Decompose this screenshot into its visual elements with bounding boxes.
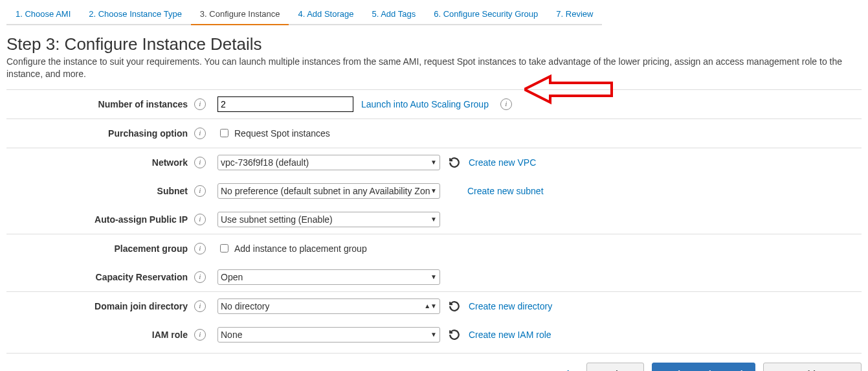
label-placement: Placement group	[6, 243, 192, 254]
wizard-tabs: 1. Choose AMI 2. Choose Instance Type 3.…	[6, 6, 862, 25]
auto-ip-value: Use subnet setting (Enable)	[221, 214, 333, 225]
network-select[interactable]: vpc-736f9f18 (default) ▼	[217, 155, 440, 170]
iam-value: None	[221, 330, 242, 340]
info-icon[interactable]: i	[194, 157, 206, 168]
refresh-icon[interactable]	[448, 328, 461, 341]
create-iam-link[interactable]: Create new IAM role	[469, 330, 551, 340]
updown-icon: ▲▼	[424, 302, 437, 309]
refresh-icon[interactable]	[448, 300, 461, 313]
subnet-select[interactable]: No preference (default subnet in any Ava…	[217, 183, 440, 199]
launch-asg-link[interactable]: Launch into Auto Scaling Group	[361, 99, 489, 109]
info-icon[interactable]: i	[194, 329, 206, 341]
info-icon[interactable]: i	[194, 271, 206, 283]
chevron-down-icon: ▼	[430, 187, 437, 194]
info-icon[interactable]: i	[194, 300, 206, 312]
tab-configure-instance[interactable]: 3. Configure Instance	[191, 6, 289, 25]
num-instances-input[interactable]	[217, 96, 353, 112]
next-button[interactable]: Next: Add Storage	[763, 363, 862, 371]
chevron-down-icon: ▼	[430, 273, 437, 280]
footer-bar: Cancel Previous Review and Launch Next: …	[6, 353, 862, 371]
tab-review[interactable]: 7. Review	[547, 6, 602, 25]
tab-add-storage[interactable]: 4. Add Storage	[289, 6, 362, 25]
capacity-value: Open	[221, 272, 243, 282]
placement-label: Add instance to placement group	[234, 243, 367, 254]
domain-dir-value: No directory	[221, 301, 269, 311]
info-icon[interactable]: i	[194, 243, 206, 254]
label-domain-dir: Domain join directory	[6, 301, 192, 311]
tab-security-group[interactable]: 6. Configure Security Group	[425, 6, 547, 25]
label-subnet: Subnet	[6, 186, 192, 196]
create-vpc-link[interactable]: Create new VPC	[469, 157, 536, 168]
info-icon[interactable]: i	[194, 214, 206, 225]
capacity-select[interactable]: Open ▼	[217, 269, 440, 285]
tab-choose-ami[interactable]: 1. Choose AMI	[6, 6, 80, 25]
create-directory-link[interactable]: Create new directory	[469, 301, 552, 311]
spot-label: Request Spot instances	[234, 128, 330, 139]
iam-select[interactable]: None ▼	[217, 327, 440, 343]
chevron-down-icon: ▼	[430, 331, 437, 338]
label-capacity: Capacity Reservation	[6, 272, 192, 282]
subnet-value: No preference (default subnet in any Ava…	[221, 186, 430, 196]
placement-checkbox[interactable]	[220, 244, 228, 253]
info-icon[interactable]: i	[500, 98, 512, 110]
tab-add-tags[interactable]: 5. Add Tags	[362, 6, 425, 25]
auto-ip-select[interactable]: Use subnet setting (Enable) ▼	[217, 212, 440, 227]
page-title: Step 3: Configure Instance Details	[6, 34, 862, 54]
label-iam: IAM role	[6, 330, 192, 340]
tab-choose-instance-type[interactable]: 2. Choose Instance Type	[80, 6, 191, 25]
chevron-down-icon: ▼	[430, 216, 437, 223]
spot-checkbox[interactable]	[220, 129, 228, 137]
label-auto-ip: Auto-assign Public IP	[6, 214, 192, 225]
label-network: Network	[6, 157, 192, 168]
refresh-icon[interactable]	[448, 156, 461, 169]
label-num-instances: Number of instances	[6, 99, 192, 109]
info-icon[interactable]: i	[194, 98, 206, 110]
page-description: Configure the instance to suit your requ…	[6, 56, 862, 80]
previous-button[interactable]: Previous	[586, 363, 644, 371]
chevron-down-icon: ▼	[430, 159, 437, 166]
create-subnet-link[interactable]: Create new subnet	[467, 186, 544, 196]
info-icon[interactable]: i	[194, 128, 206, 139]
domain-dir-select[interactable]: No directory ▲▼	[217, 298, 440, 314]
review-launch-button[interactable]: Review and Launch	[652, 363, 756, 371]
info-icon[interactable]: i	[194, 185, 206, 197]
network-value: vpc-736f9f18 (default)	[221, 157, 309, 168]
cancel-button[interactable]: Cancel	[531, 363, 579, 371]
label-purchasing: Purchasing option	[6, 128, 192, 139]
